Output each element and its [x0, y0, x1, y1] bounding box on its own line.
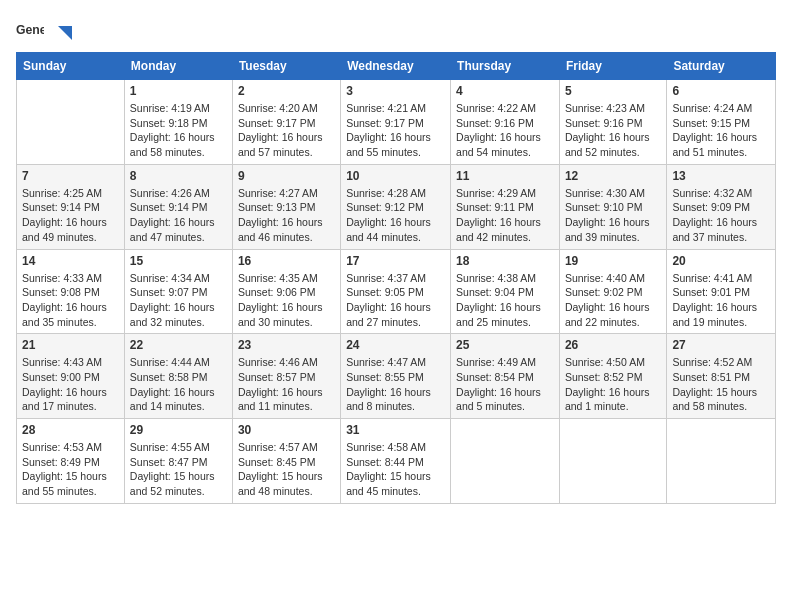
day-cell: 24Sunrise: 4:47 AM Sunset: 8:55 PM Dayli…	[341, 334, 451, 419]
day-info: Sunrise: 4:38 AM Sunset: 9:04 PM Dayligh…	[456, 271, 554, 330]
day-cell: 31Sunrise: 4:58 AM Sunset: 8:44 PM Dayli…	[341, 419, 451, 504]
week-row-1: 1Sunrise: 4:19 AM Sunset: 9:18 PM Daylig…	[17, 80, 776, 165]
day-info: Sunrise: 4:35 AM Sunset: 9:06 PM Dayligh…	[238, 271, 335, 330]
day-info: Sunrise: 4:41 AM Sunset: 9:01 PM Dayligh…	[672, 271, 770, 330]
day-number: 24	[346, 338, 445, 352]
day-cell: 25Sunrise: 4:49 AM Sunset: 8:54 PM Dayli…	[451, 334, 560, 419]
day-number: 2	[238, 84, 335, 98]
day-info: Sunrise: 4:43 AM Sunset: 9:00 PM Dayligh…	[22, 355, 119, 414]
svg-marker-1	[58, 26, 72, 40]
day-cell: 11Sunrise: 4:29 AM Sunset: 9:11 PM Dayli…	[451, 164, 560, 249]
logo-icon: General	[16, 16, 44, 44]
col-header-tuesday: Tuesday	[232, 53, 340, 80]
day-info: Sunrise: 4:46 AM Sunset: 8:57 PM Dayligh…	[238, 355, 335, 414]
day-info: Sunrise: 4:19 AM Sunset: 9:18 PM Dayligh…	[130, 101, 227, 160]
day-number: 28	[22, 423, 119, 437]
day-cell: 30Sunrise: 4:57 AM Sunset: 8:45 PM Dayli…	[232, 419, 340, 504]
col-header-thursday: Thursday	[451, 53, 560, 80]
day-number: 17	[346, 254, 445, 268]
day-number: 1	[130, 84, 227, 98]
day-number: 23	[238, 338, 335, 352]
day-number: 22	[130, 338, 227, 352]
day-number: 13	[672, 169, 770, 183]
day-info: Sunrise: 4:44 AM Sunset: 8:58 PM Dayligh…	[130, 355, 227, 414]
day-cell: 23Sunrise: 4:46 AM Sunset: 8:57 PM Dayli…	[232, 334, 340, 419]
day-number: 21	[22, 338, 119, 352]
day-number: 4	[456, 84, 554, 98]
day-cell: 21Sunrise: 4:43 AM Sunset: 9:00 PM Dayli…	[17, 334, 125, 419]
day-cell: 22Sunrise: 4:44 AM Sunset: 8:58 PM Dayli…	[124, 334, 232, 419]
day-info: Sunrise: 4:53 AM Sunset: 8:49 PM Dayligh…	[22, 440, 119, 499]
day-number: 29	[130, 423, 227, 437]
day-cell: 8Sunrise: 4:26 AM Sunset: 9:14 PM Daylig…	[124, 164, 232, 249]
day-number: 18	[456, 254, 554, 268]
day-number: 10	[346, 169, 445, 183]
day-info: Sunrise: 4:50 AM Sunset: 8:52 PM Dayligh…	[565, 355, 661, 414]
day-cell: 7Sunrise: 4:25 AM Sunset: 9:14 PM Daylig…	[17, 164, 125, 249]
header: General	[16, 16, 776, 44]
day-cell: 17Sunrise: 4:37 AM Sunset: 9:05 PM Dayli…	[341, 249, 451, 334]
day-info: Sunrise: 4:29 AM Sunset: 9:11 PM Dayligh…	[456, 186, 554, 245]
day-cell: 14Sunrise: 4:33 AM Sunset: 9:08 PM Dayli…	[17, 249, 125, 334]
day-info: Sunrise: 4:26 AM Sunset: 9:14 PM Dayligh…	[130, 186, 227, 245]
day-info: Sunrise: 4:27 AM Sunset: 9:13 PM Dayligh…	[238, 186, 335, 245]
col-header-saturday: Saturday	[667, 53, 776, 80]
day-info: Sunrise: 4:30 AM Sunset: 9:10 PM Dayligh…	[565, 186, 661, 245]
day-info: Sunrise: 4:52 AM Sunset: 8:51 PM Dayligh…	[672, 355, 770, 414]
day-number: 8	[130, 169, 227, 183]
day-info: Sunrise: 4:28 AM Sunset: 9:12 PM Dayligh…	[346, 186, 445, 245]
day-number: 20	[672, 254, 770, 268]
day-cell: 6Sunrise: 4:24 AM Sunset: 9:15 PM Daylig…	[667, 80, 776, 165]
day-info: Sunrise: 4:40 AM Sunset: 9:02 PM Dayligh…	[565, 271, 661, 330]
logo: General	[16, 16, 72, 44]
logo-triangle-icon	[50, 22, 72, 44]
day-cell: 27Sunrise: 4:52 AM Sunset: 8:51 PM Dayli…	[667, 334, 776, 419]
day-cell: 18Sunrise: 4:38 AM Sunset: 9:04 PM Dayli…	[451, 249, 560, 334]
calendar-table: SundayMondayTuesdayWednesdayThursdayFrid…	[16, 52, 776, 504]
day-cell: 19Sunrise: 4:40 AM Sunset: 9:02 PM Dayli…	[559, 249, 666, 334]
day-info: Sunrise: 4:58 AM Sunset: 8:44 PM Dayligh…	[346, 440, 445, 499]
day-cell: 13Sunrise: 4:32 AM Sunset: 9:09 PM Dayli…	[667, 164, 776, 249]
day-cell	[667, 419, 776, 504]
day-info: Sunrise: 4:23 AM Sunset: 9:16 PM Dayligh…	[565, 101, 661, 160]
day-number: 26	[565, 338, 661, 352]
day-number: 14	[22, 254, 119, 268]
day-info: Sunrise: 4:37 AM Sunset: 9:05 PM Dayligh…	[346, 271, 445, 330]
day-cell: 12Sunrise: 4:30 AM Sunset: 9:10 PM Dayli…	[559, 164, 666, 249]
day-number: 7	[22, 169, 119, 183]
day-cell: 4Sunrise: 4:22 AM Sunset: 9:16 PM Daylig…	[451, 80, 560, 165]
day-number: 19	[565, 254, 661, 268]
day-cell: 3Sunrise: 4:21 AM Sunset: 9:17 PM Daylig…	[341, 80, 451, 165]
col-header-sunday: Sunday	[17, 53, 125, 80]
day-info: Sunrise: 4:57 AM Sunset: 8:45 PM Dayligh…	[238, 440, 335, 499]
day-cell: 9Sunrise: 4:27 AM Sunset: 9:13 PM Daylig…	[232, 164, 340, 249]
day-number: 25	[456, 338, 554, 352]
day-number: 30	[238, 423, 335, 437]
day-info: Sunrise: 4:32 AM Sunset: 9:09 PM Dayligh…	[672, 186, 770, 245]
day-cell: 1Sunrise: 4:19 AM Sunset: 9:18 PM Daylig…	[124, 80, 232, 165]
day-info: Sunrise: 4:25 AM Sunset: 9:14 PM Dayligh…	[22, 186, 119, 245]
day-info: Sunrise: 4:22 AM Sunset: 9:16 PM Dayligh…	[456, 101, 554, 160]
day-number: 15	[130, 254, 227, 268]
day-cell: 2Sunrise: 4:20 AM Sunset: 9:17 PM Daylig…	[232, 80, 340, 165]
day-cell	[451, 419, 560, 504]
day-number: 9	[238, 169, 335, 183]
day-number: 27	[672, 338, 770, 352]
week-row-4: 21Sunrise: 4:43 AM Sunset: 9:00 PM Dayli…	[17, 334, 776, 419]
day-number: 6	[672, 84, 770, 98]
day-number: 12	[565, 169, 661, 183]
day-cell: 26Sunrise: 4:50 AM Sunset: 8:52 PM Dayli…	[559, 334, 666, 419]
day-number: 3	[346, 84, 445, 98]
week-row-3: 14Sunrise: 4:33 AM Sunset: 9:08 PM Dayli…	[17, 249, 776, 334]
day-number: 16	[238, 254, 335, 268]
day-info: Sunrise: 4:34 AM Sunset: 9:07 PM Dayligh…	[130, 271, 227, 330]
day-number: 5	[565, 84, 661, 98]
week-row-5: 28Sunrise: 4:53 AM Sunset: 8:49 PM Dayli…	[17, 419, 776, 504]
day-cell: 5Sunrise: 4:23 AM Sunset: 9:16 PM Daylig…	[559, 80, 666, 165]
day-info: Sunrise: 4:55 AM Sunset: 8:47 PM Dayligh…	[130, 440, 227, 499]
day-cell: 29Sunrise: 4:55 AM Sunset: 8:47 PM Dayli…	[124, 419, 232, 504]
day-info: Sunrise: 4:33 AM Sunset: 9:08 PM Dayligh…	[22, 271, 119, 330]
day-cell: 15Sunrise: 4:34 AM Sunset: 9:07 PM Dayli…	[124, 249, 232, 334]
day-cell	[559, 419, 666, 504]
col-header-monday: Monday	[124, 53, 232, 80]
